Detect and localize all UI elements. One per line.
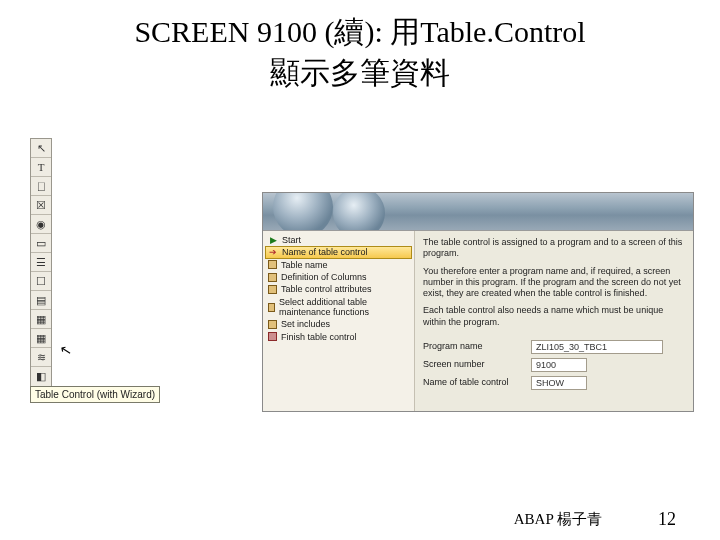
table-control-name-label: Name of table control — [423, 377, 523, 388]
wizard-form: Program name Screen number Name of table… — [423, 340, 685, 390]
step-box-icon — [268, 273, 277, 282]
custom-control-icon[interactable]: ≋ — [31, 348, 51, 367]
text-icon[interactable]: T — [31, 158, 51, 177]
arrow-icon: ➔ — [268, 248, 278, 258]
wizard-content: The table control is assigned to a progr… — [415, 231, 693, 411]
step-box-icon — [268, 303, 275, 312]
step-box-icon — [268, 332, 277, 341]
table-control-name-field[interactable] — [531, 376, 587, 390]
wizard-step-0[interactable]: ▶Start — [265, 234, 412, 246]
wizard-step-3[interactable]: Definition of Columns — [265, 271, 412, 283]
wizard-step-label: Start — [282, 235, 301, 245]
table-control-wizard-dialog: ▶Start➔Name of table controlTable nameDe… — [262, 192, 694, 412]
wizard-step-2[interactable]: Table name — [265, 259, 412, 271]
step-box-icon — [268, 285, 277, 294]
mouse-cursor-icon: ↖ — [58, 341, 73, 360]
wizard-step-label: Name of table control — [282, 247, 368, 257]
title-text: SCREEN 9100 ( — [134, 15, 334, 48]
wizard-intro-2: You therefore enter a program name and, … — [423, 266, 685, 300]
wizard-step-label: Set includes — [281, 319, 330, 329]
radio-icon[interactable]: ◉ — [31, 215, 51, 234]
wizard-step-label: Table name — [281, 260, 328, 270]
footer-credit: ABAP 楊子青 — [514, 510, 602, 529]
pointer-icon[interactable]: ↖ — [31, 139, 51, 158]
box-icon[interactable]: ☐ — [31, 272, 51, 291]
tooltip: Table Control (with Wizard) — [30, 386, 160, 403]
slide-title: SCREEN 9100 (續): 用Table.Control 顯示多筆資料 — [0, 0, 720, 97]
wizard-step-label: Table control attributes — [281, 284, 372, 294]
checkbox-icon[interactable]: ☒ — [31, 196, 51, 215]
slide-footer: ABAP 楊子青 12 — [0, 509, 720, 530]
wizard-step-1[interactable]: ➔Name of table control — [265, 246, 412, 258]
screenshot-area: ↖T⎕☒◉▭☰☐▤▦▦≋◧ ↖ Table Control (with Wiza… — [30, 138, 690, 458]
wizard-step-nav: ▶Start➔Name of table controlTable nameDe… — [263, 231, 415, 411]
screen-number-field[interactable] — [531, 358, 587, 372]
input-icon[interactable]: ⎕ — [31, 177, 51, 196]
table-control-wizard-icon[interactable]: ▦ — [31, 329, 51, 348]
screen-number-label: Screen number — [423, 359, 523, 370]
page-number: 12 — [658, 509, 676, 530]
wizard-step-7[interactable]: Finish table control — [265, 331, 412, 343]
wizard-step-label: Select additional table maintenance func… — [279, 297, 409, 318]
step-box-icon — [268, 320, 277, 329]
step-box-icon — [268, 260, 277, 269]
wizard-intro-3: Each table control also needs a name whi… — [423, 305, 685, 328]
button-icon[interactable]: ▭ — [31, 234, 51, 253]
wizard-step-label: Definition of Columns — [281, 272, 367, 282]
program-name-field[interactable] — [531, 340, 663, 354]
wizard-banner — [263, 193, 693, 231]
screen-painter-toolbox: ↖T⎕☒◉▭☰☐▤▦▦≋◧ — [30, 138, 52, 387]
wizard-step-6[interactable]: Set includes — [265, 318, 412, 330]
subscreen-icon[interactable]: ▤ — [31, 291, 51, 310]
wizard-step-label: Finish table control — [281, 332, 357, 342]
status-icon[interactable]: ◧ — [31, 367, 51, 386]
wizard-step-5[interactable]: Select additional table maintenance func… — [265, 296, 412, 319]
wizard-intro-1: The table control is assigned to a progr… — [423, 237, 685, 260]
play-icon: ▶ — [268, 235, 278, 245]
tabstrip-icon[interactable]: ☰ — [31, 253, 51, 272]
program-name-label: Program name — [423, 341, 523, 352]
wizard-step-4[interactable]: Table control attributes — [265, 283, 412, 295]
table-control-icon[interactable]: ▦ — [31, 310, 51, 329]
